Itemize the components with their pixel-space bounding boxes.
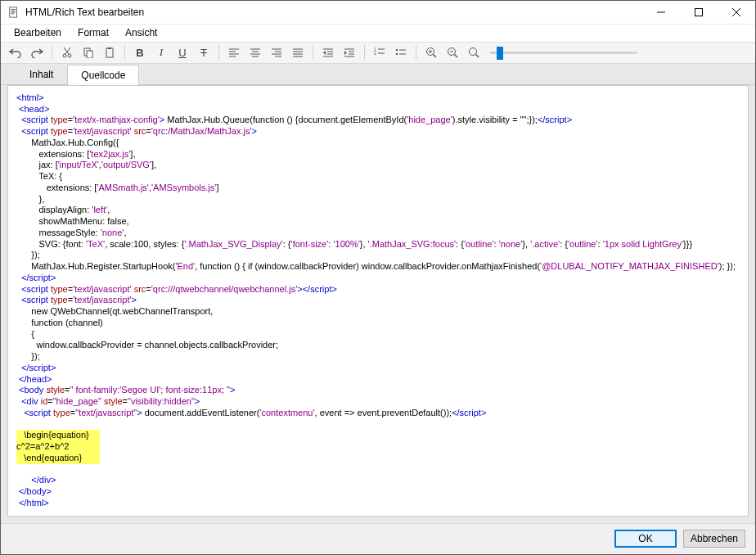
code-text: </script> (538, 115, 572, 124)
ordered-list-button[interactable]: 12 (370, 43, 389, 61)
code-text: 'input/TeX' (58, 160, 99, 169)
code-text: <script (21, 284, 48, 294)
code-text: </head> (19, 374, 52, 384)
indent-button[interactable] (340, 43, 359, 61)
tab-content[interactable]: Inhalt (16, 64, 67, 84)
zoom-slider[interactable] (490, 52, 637, 54)
source-editor[interactable]: <html> <head> <script type='text/x-mathj… (7, 85, 749, 517)
strikethrough-button[interactable]: T (194, 43, 214, 61)
close-button[interactable] (718, 1, 755, 24)
code-text: <script (21, 295, 48, 305)
code-text: showMathMenu: false, (16, 216, 129, 226)
underline-button[interactable]: U (173, 43, 192, 61)
menu-edit[interactable]: Bearbeiten (6, 25, 70, 40)
code-text: MathJax.Hub.Register.StartupHook( (16, 261, 175, 271)
svg-rect-14 (87, 51, 92, 58)
code-text: '.active' (530, 239, 560, 249)
code-text: <script (21, 126, 48, 136)
redo-button[interactable] (27, 43, 47, 61)
code-text: "text/javascript" (75, 408, 137, 417)
svg-point-56 (470, 48, 477, 56)
code-text: > (252, 126, 257, 136)
code-text: type (51, 295, 68, 305)
code-text: jax: [ (16, 160, 58, 169)
code-text: <html> (16, 92, 44, 102)
code-text: <body (19, 385, 43, 395)
code-text: new QWebChannel(qt.webChannelTransport, (16, 306, 213, 316)
code-text: 'qrc:/MathJax/MathJax.js' (151, 126, 252, 136)
toolbar-separator (52, 45, 52, 60)
code-text: document.addEventListener( (142, 408, 260, 417)
code-text: 'text/javascript' (73, 284, 131, 294)
tab-source[interactable]: Quellcode (67, 65, 139, 85)
italic-button[interactable]: I (151, 43, 171, 61)
code-text: <head> (19, 104, 49, 114)
svg-rect-16 (108, 47, 111, 49)
code-text: 'hide_page' (407, 115, 452, 124)
ok-button[interactable]: OK (614, 530, 677, 548)
code-text: 'outline' (568, 239, 598, 249)
window-title: HTML/Rich Text bearbeiten (25, 7, 642, 18)
code-text: 'none' (101, 228, 124, 237)
slider-thumb[interactable] (497, 47, 503, 60)
toolbar-separator (364, 45, 365, 60)
code-text: c^2=a^2+b^2 (16, 441, 69, 451)
outdent-button[interactable] (318, 43, 338, 61)
code-text: 'text/javascript' (73, 295, 131, 305)
svg-line-57 (476, 55, 479, 58)
align-left-button[interactable] (224, 43, 244, 61)
code-text: }, (16, 194, 44, 204)
code-text: : { (283, 239, 291, 249)
app-icon (7, 6, 20, 19)
menu-format[interactable]: Format (70, 25, 117, 40)
copy-button[interactable] (79, 43, 98, 61)
toolbar-separator (416, 45, 416, 60)
code-text: </script> (303, 284, 337, 294)
code-text: , scale:100, styles: { (105, 239, 184, 249)
svg-rect-15 (106, 48, 113, 57)
code-text: 'outline' (464, 239, 494, 249)
code-text: </script> (21, 273, 56, 282)
minimize-button[interactable] (642, 1, 680, 24)
code-text: '@DLUBAL_NOTIFY_MATHJAX_FINISHED' (540, 261, 719, 271)
code-text: <div (21, 396, 38, 406)
code-text: </script> (452, 408, 486, 417)
align-justify-button[interactable] (288, 43, 308, 61)
cancel-button[interactable]: Abbrechen (683, 530, 745, 548)
bold-button[interactable]: B (130, 43, 150, 61)
code-text: extensions: [ (16, 149, 89, 159)
code-text: 'output/SVG' (101, 160, 151, 169)
code-text: 'TeX' (86, 239, 105, 249)
code-text: }); (16, 250, 40, 259)
code-text: : { (456, 239, 464, 249)
code-text: 'End' (175, 261, 195, 271)
zoom-in-button[interactable] (421, 43, 441, 61)
code-text: "visibility:hidden" (128, 396, 195, 406)
zoom-out-button[interactable] (443, 43, 462, 61)
code-text: '.MathJax_SVG_Display' (184, 239, 282, 249)
align-right-button[interactable] (267, 43, 286, 61)
paste-button[interactable] (100, 43, 119, 61)
code-text: '.MathJax_SVG:focus' (368, 239, 457, 249)
window-buttons (642, 1, 755, 24)
code-text: </div> (31, 475, 56, 485)
code-text: ], (130, 149, 135, 159)
undo-button[interactable] (6, 43, 25, 61)
svg-point-10 (68, 54, 71, 57)
code-text: messageStyle: (16, 228, 101, 237)
zoom-reset-button[interactable] (464, 43, 484, 61)
code-text: id (41, 396, 48, 406)
maximize-button[interactable] (680, 1, 718, 24)
unordered-list-button[interactable] (391, 43, 411, 61)
svg-line-50 (434, 55, 437, 58)
code-text: 'font-size' (291, 239, 329, 249)
align-center-button[interactable] (245, 43, 265, 61)
code-text: 'tex2jax.js' (89, 149, 130, 159)
menu-view[interactable]: Ansicht (117, 25, 165, 40)
code-text: ).style.visibility = "";}); (452, 115, 538, 124)
code-text: '100%' (333, 239, 359, 249)
code-text: </body> (19, 486, 52, 496)
code-text: src (134, 284, 146, 294)
cut-button[interactable] (57, 43, 77, 61)
code-text: </script> (21, 363, 56, 372)
